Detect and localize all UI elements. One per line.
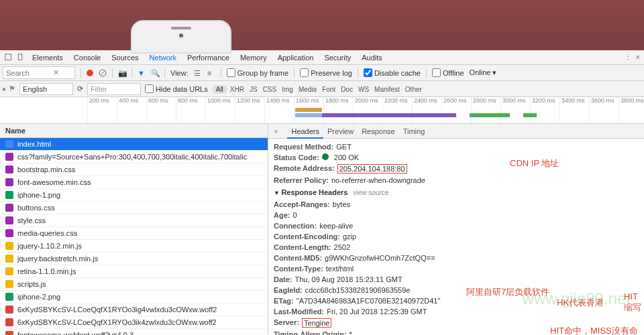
request-row[interactable]: 6xKydSBYKcSV-LCoeQqfX1RYOo3ik4zwlxdu3cOW…	[0, 316, 268, 329]
filter-manifest[interactable]: Manifest	[372, 85, 402, 94]
camera-icon[interactable]: 📷	[118, 69, 126, 77]
request-name: index.html	[17, 140, 51, 148]
request-name: iphone-1.png	[17, 191, 60, 199]
detail-tab-timing[interactable]: Timing	[399, 125, 429, 137]
search-box[interactable]: ✕	[3, 66, 75, 79]
tab-security[interactable]: Security	[319, 51, 356, 64]
hide-data-urls-checkbox[interactable]: Hide data URLs	[145, 84, 208, 93]
detail-tab-headers[interactable]: Headers	[287, 125, 323, 139]
request-row[interactable]: jquery.backstretch.min.js	[0, 253, 268, 265]
annotation-hit-miss: HIT命中，MISS没有命中	[550, 325, 644, 335]
filter-css[interactable]: CSS	[260, 85, 280, 94]
request-name: fontawesome-webfont.woff?v=4.0.3	[17, 331, 133, 335]
request-name: retina-1.1.0.min.js	[17, 267, 76, 275]
request-row[interactable]: index.html	[0, 138, 268, 151]
file-type-icon	[5, 267, 13, 275]
response-header-row: Age:0	[274, 210, 639, 220]
filter-xhr[interactable]: XHR	[227, 85, 247, 94]
request-row[interactable]: iphone-2.png	[0, 291, 268, 304]
file-type-icon	[5, 204, 13, 212]
disable-cache-checkbox[interactable]: Disable cache	[364, 68, 421, 77]
online-dropdown[interactable]: Online ▾	[470, 68, 497, 77]
tab-memory[interactable]: Memory	[235, 51, 272, 64]
filter-other[interactable]: Other	[402, 85, 425, 94]
preserve-log-checkbox[interactable]: Preserve log	[300, 68, 352, 77]
file-type-icon	[5, 242, 13, 250]
device-icon[interactable]	[16, 53, 25, 62]
small-rows-icon[interactable]: ≡	[207, 69, 215, 77]
clear-icon[interactable]	[99, 69, 107, 77]
request-row[interactable]: bootstrap.min.css	[0, 163, 268, 176]
refresh-icon[interactable]: ⟳	[77, 84, 83, 93]
response-header-row: Content-Encoding:gzip	[274, 231, 639, 242]
timeline-tick: 3200 ms	[530, 97, 555, 123]
detail-tab-response[interactable]: Response	[358, 125, 399, 137]
request-row[interactable]: font-awesome.min.css	[0, 176, 268, 189]
filter-all[interactable]: All	[212, 85, 227, 94]
filter-input[interactable]: Filter	[87, 83, 141, 95]
offline-checkbox[interactable]: Offline	[432, 68, 464, 77]
inspect-icon[interactable]	[4, 53, 13, 62]
timeline-tick: 2200 ms	[382, 97, 408, 123]
close-detail-icon[interactable]: ×	[271, 127, 280, 135]
request-row[interactable]: css?family=Source+Sans+Pro:300,400,700,3…	[0, 151, 268, 163]
request-row[interactable]: 6xKydSBYKcSV-LCoeQqfX1RYOo3ig4vwlxdu3cOW…	[0, 304, 268, 316]
filter-font[interactable]: Font	[319, 85, 338, 94]
file-type-icon	[5, 153, 13, 161]
close-devtools-icon[interactable]: ×	[636, 53, 640, 62]
filter-img[interactable]: Img	[279, 85, 296, 94]
file-type-icon	[5, 165, 13, 174]
timeline-tick: 400 ms	[117, 97, 139, 123]
search-icon[interactable]: 🔍	[151, 69, 159, 77]
view-label: View:	[170, 69, 189, 77]
name-column-header[interactable]: Name	[0, 124, 268, 138]
response-header-row: Content-MD5:g9WKhGnzofwHCOmh7ZctQQ==	[274, 253, 639, 263]
group-by-frame-checkbox[interactable]: Group by frame	[227, 68, 288, 77]
filter-media[interactable]: Media	[296, 85, 319, 94]
request-row[interactable]: buttons.css	[0, 202, 268, 214]
view-source-link[interactable]: view source	[353, 189, 388, 196]
settings-icon[interactable]: ⋮	[625, 53, 632, 62]
tab-application[interactable]: Application	[272, 51, 319, 64]
annotation-server: 阿里自研7层负载软件	[466, 286, 549, 298]
request-row[interactable]: retina-1.1.0.min.js	[0, 265, 268, 278]
timeline-tick: 200 ms	[87, 97, 109, 123]
timeline-tick: 3000 ms	[500, 97, 526, 123]
detail-tab-preview[interactable]: Preview	[323, 125, 358, 137]
file-type-icon	[5, 216, 13, 224]
request-row[interactable]: iphone-1.png	[0, 189, 268, 202]
timeline-tick: 3600 ms	[589, 97, 614, 123]
file-type-icon	[5, 140, 13, 148]
request-name: jquery.backstretch.min.js	[17, 255, 98, 263]
svg-line-3	[101, 71, 105, 75]
large-rows-icon[interactable]: ☰	[194, 69, 202, 77]
filter-toolbar: ▸ ⚑ English ⟳ Filter Hide data URLs AllX…	[0, 81, 644, 97]
file-type-icon	[5, 331, 13, 335]
request-row[interactable]: fontawesome-webfont.woff?v=4.0.3	[0, 329, 268, 335]
language-dropdown[interactable]: English	[19, 83, 73, 95]
timeline-tick: 2600 ms	[441, 97, 467, 123]
filter-ws[interactable]: WS	[356, 85, 372, 94]
record-button[interactable]	[87, 70, 93, 76]
response-headers-section[interactable]: Response Headersview source	[274, 186, 639, 199]
request-row[interactable]: media-queries.css	[0, 227, 268, 240]
tab-console[interactable]: Console	[68, 51, 106, 64]
request-row[interactable]: style.css	[0, 214, 268, 227]
tab-elements[interactable]: Elements	[27, 51, 68, 64]
request-name: style.css	[17, 216, 46, 224]
annotation-cdn: CDN IP 地址	[510, 157, 559, 170]
file-type-icon	[5, 178, 13, 186]
response-header-row: EagleId:cdcc68cb15338281906963559e	[274, 285, 639, 295]
tab-audits[interactable]: Audits	[356, 51, 388, 64]
filter-icon[interactable]: ▼	[138, 69, 146, 77]
filter-doc[interactable]: Doc	[338, 85, 356, 94]
filter-js[interactable]: JS	[247, 85, 260, 94]
request-row[interactable]: jquery-1.10.2.min.js	[0, 240, 268, 253]
timeline-tick: 3400 ms	[559, 97, 585, 123]
request-name: scripts.js	[17, 280, 46, 288]
timeline-overview[interactable]: 200 ms400 ms600 ms800 ms1000 ms1200 ms14…	[0, 97, 644, 124]
page-background	[0, 0, 644, 50]
search-input[interactable]	[6, 69, 53, 77]
clear-icon[interactable]: ✕	[53, 68, 59, 77]
request-row[interactable]: scripts.js	[0, 278, 268, 291]
